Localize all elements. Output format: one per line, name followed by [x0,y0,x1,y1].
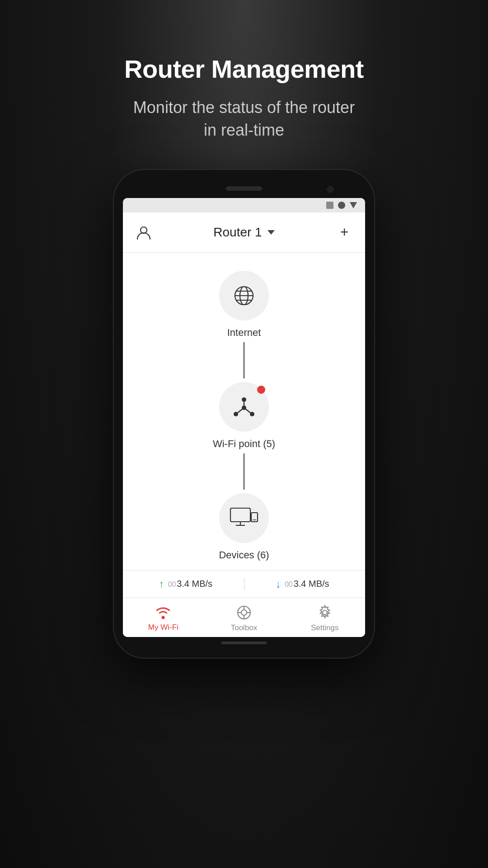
download-speed-value: 003.4 MB/s [285,579,329,589]
settings-icon [317,604,333,621]
page-header: Router Management Monitor the status of … [124,0,364,169]
svg-point-18 [162,616,165,619]
phone-bottom-bar [123,637,365,646]
status-circle-icon [338,202,345,209]
router-name: Router 1 [213,225,262,240]
upload-speed-value: 003.4 MB/s [168,579,212,589]
svg-point-20 [241,610,247,615]
phone-camera [327,186,333,193]
upload-arrow-icon: ↑ [159,578,164,590]
status-signal-icon [326,202,333,209]
connector-line-2 [244,453,244,490]
wifi-point-label: Wi-Fi point (5) [213,438,275,450]
settings-label: Settings [311,623,338,632]
toolbox-icon [236,604,252,621]
nav-item-settings[interactable]: Settings [284,598,365,637]
devices-label: Devices (6) [219,549,269,561]
svg-line-11 [244,408,252,414]
svg-point-25 [323,610,327,615]
globe-icon [231,283,257,308]
upload-prefix: 00 [168,580,176,588]
download-arrow-icon: ↓ [276,578,281,590]
devices-icon [230,506,258,530]
internet-circle [219,271,269,321]
connector-line-1 [244,342,244,378]
router-selector[interactable]: Router 1 [213,225,274,240]
wifi-point-circle [219,382,269,432]
page-subtitle: Monitor the status of the routerin real-… [124,96,364,142]
svg-rect-16 [251,513,258,522]
nav-item-my-wifi[interactable]: My Wi-Fi [123,599,204,637]
user-profile-button[interactable] [134,222,154,242]
network-chain: Internet [132,271,356,561]
devices-circle [219,493,269,543]
wifi-point-icon [231,394,257,420]
nav-item-toolbox[interactable]: Toolbox [204,598,285,637]
download-prefix: 00 [285,580,293,588]
my-wifi-label: My Wi-Fi [148,623,178,632]
add-router-button[interactable]: + [334,222,354,242]
phone-mockup: Router 1 + [113,169,375,659]
phone-speaker [226,186,262,191]
toolbox-label: Toolbox [231,623,258,632]
wifi-point-node[interactable]: Wi-Fi point (5) [213,382,275,450]
wifi-point-alert-badge [257,386,265,394]
phone-top-bar [123,182,365,198]
app-header: Router 1 + [123,212,365,253]
download-speed: ↓ 003.4 MB/s [249,578,357,590]
status-wifi-icon [350,202,357,208]
page-title: Router Management [124,54,364,84]
devices-node[interactable]: Devices (6) [219,493,269,561]
bottom-navigation: My Wi-Fi Toolbox [123,598,365,637]
my-wifi-icon [154,605,172,620]
svg-rect-13 [230,508,250,522]
chevron-down-icon [267,230,275,235]
speed-bar: ↑ 003.4 MB/s ↓ 003.4 MB/s [123,570,365,598]
status-bar [123,198,365,212]
internet-label: Internet [227,327,261,339]
speed-divider [244,578,244,590]
internet-node[interactable]: Internet [219,271,269,339]
svg-line-10 [236,408,244,414]
phone-screen: Router 1 + [123,198,365,637]
upload-speed: ↑ 003.4 MB/s [132,578,239,590]
app-main-content: Internet [123,253,365,570]
phone-home-bar [221,642,267,644]
